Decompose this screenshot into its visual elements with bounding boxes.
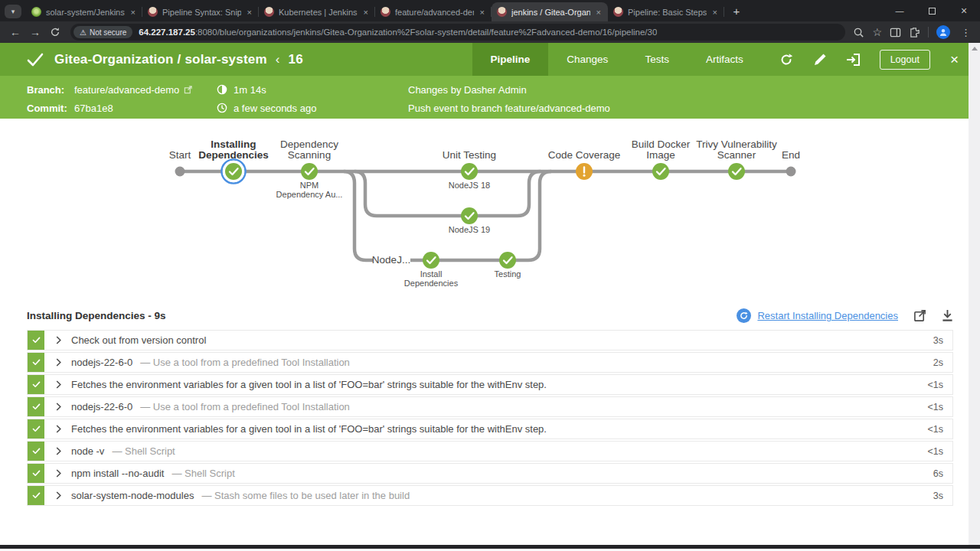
browser-tab-1[interactable]: Pipeline Syntax: Snippet Genera...× — [142, 2, 259, 21]
expand-chevron-icon[interactable] — [56, 469, 61, 478]
tab-tests[interactable]: Tests — [626, 43, 688, 76]
expand-chevron-icon[interactable] — [56, 358, 61, 367]
step-row-1[interactable]: nodejs-22-6-0— Use a tool from a predefi… — [27, 352, 953, 373]
restart-stage-link[interactable]: Restart Installing Dependencies — [757, 310, 898, 321]
graph-node-unit-testing-nodejs-19[interactable]: NodeJS 19 — [449, 207, 490, 234]
go-to-classic-button[interactable] — [844, 51, 863, 69]
step-name: Fetches the environment variables for a … — [71, 423, 547, 435]
graph-node-testing-sub[interactable]: Testing — [495, 252, 521, 279]
step-status-success — [28, 375, 44, 394]
step-duration: 3s — [933, 491, 952, 501]
step-row-4[interactable]: Fetches the environment variables for a … — [27, 419, 953, 439]
tab-close-icon[interactable]: × — [595, 8, 603, 17]
window-maximize-button[interactable] — [916, 0, 948, 21]
person-icon — [939, 28, 948, 37]
tab-changes[interactable]: Changes — [548, 43, 626, 76]
browser-window: ▾ solar-system/Jenkinsfile at feat...×Pi… — [0, 0, 980, 551]
step-row-5[interactable]: node -v— Shell Script<1s — [27, 441, 953, 461]
expand-chevron-icon[interactable] — [56, 336, 61, 344]
tab-title: solar-system/Jenkinsfile at feat... — [46, 8, 125, 17]
restart-stage-icon[interactable] — [737, 308, 751, 323]
svg-text:Dependency Au...: Dependency Au... — [276, 190, 343, 199]
graph-node-dependency-scanning[interactable]: DependencyScanningNPMDependency Au... — [276, 139, 343, 199]
expand-chevron-icon[interactable] — [56, 447, 61, 455]
graph-node-code-coverage[interactable]: Code Coverage — [548, 149, 621, 180]
profile-avatar[interactable] — [936, 25, 950, 39]
expand-chevron-icon[interactable] — [56, 425, 61, 433]
step-row-7[interactable]: solar-system-node-modules— Stash some fi… — [27, 485, 953, 506]
svg-text:Scanner: Scanner — [717, 149, 756, 161]
branch-external-link-icon[interactable] — [184, 86, 192, 94]
close-pipeline-icon[interactable]: × — [950, 52, 959, 67]
graph-node-build-docker-image[interactable]: Build DockerImage — [632, 139, 691, 180]
address-bar[interactable]: ⚠ Not secure 64.227.187.25:8080/blue/org… — [70, 24, 845, 41]
step-row-0[interactable]: Check out from version control3s — [27, 330, 953, 350]
menu-dots-icon[interactable]: ⋮ — [958, 27, 974, 38]
browser-tab-2[interactable]: Kubernetes | Jenkins plugin× — [259, 2, 375, 21]
download-logs-icon[interactable] — [942, 309, 953, 322]
new-tab-button[interactable]: + — [727, 2, 746, 20]
step-row-2[interactable]: Fetches the environment variables for a … — [27, 374, 953, 395]
open-in-new-window-icon[interactable] — [913, 309, 926, 322]
run-separator: ‹ — [276, 52, 280, 67]
tab-close-icon[interactable]: × — [479, 8, 486, 17]
tab-pipeline[interactable]: Pipeline — [472, 43, 549, 76]
branch-value[interactable]: feature/advanced-demo — [74, 84, 179, 96]
graph-node-installing-dependencies[interactable]: InstallingDependencies — [198, 139, 269, 184]
expand-chevron-icon[interactable] — [56, 380, 61, 389]
step-list: Check out from version control3snodejs-2… — [27, 330, 953, 506]
rerun-button[interactable] — [777, 51, 795, 69]
url-host: 64.227.187.25 — [139, 28, 195, 37]
step-status-success — [28, 331, 44, 350]
svg-text:NodeJS 18: NodeJS 18 — [449, 181, 490, 190]
logout-button[interactable]: Logout — [880, 50, 930, 70]
tab-close-icon[interactable]: × — [246, 8, 253, 17]
extensions-icon[interactable] — [909, 27, 920, 38]
browser-tab-5[interactable]: Pipeline: Basic Steps× — [608, 2, 724, 21]
browser-tab-0[interactable]: solar-system/Jenkinsfile at feat...× — [26, 2, 142, 21]
step-row-3[interactable]: nodejs-22-6-0— Use a tool from a predefi… — [27, 396, 953, 417]
window-controls: — × — [884, 0, 980, 21]
edit-button[interactable] — [811, 51, 829, 69]
security-chip[interactable]: ⚠ Not secure — [74, 26, 132, 38]
window-minimize-button[interactable]: — — [884, 0, 916, 21]
graph-node-trivy-vulnerability-scanner[interactable]: Trivy VulnerabilityScanner — [696, 139, 777, 180]
changes-column: Changes by Dasher Admin Push event to br… — [408, 83, 610, 119]
step-duration: 6s — [933, 468, 952, 479]
forward-button[interactable]: → — [26, 23, 44, 41]
reload-button[interactable] — [46, 23, 64, 41]
back-button[interactable]: ← — [6, 23, 24, 41]
side-panel-icon[interactable] — [890, 27, 901, 38]
window-close-button[interactable]: × — [948, 0, 980, 21]
graph-node-install-dependencies-sub[interactable]: InstallDependencies — [404, 252, 459, 288]
breadcrumb[interactable]: Gitea-Organization / solar-system — [54, 52, 267, 67]
tab-close-icon[interactable]: × — [362, 8, 370, 17]
page-scrollbar[interactable] — [969, 43, 980, 551]
pipeline-graph-svg[interactable]: NodeJ...StartInstallingDependenciesDepen… — [0, 119, 968, 298]
scrollbar-up-arrow[interactable] — [972, 47, 978, 51]
branch-commit-column: Branch: feature/advanced-demo Commit: 67… — [27, 83, 217, 119]
success-check-icon — [27, 53, 44, 67]
tab-close-icon[interactable]: × — [129, 8, 137, 17]
bookmark-star-icon[interactable]: ☆ — [872, 26, 882, 38]
svg-text:Trivy Vulnerability: Trivy Vulnerability — [696, 139, 777, 150]
rerun-icon — [779, 52, 794, 67]
browser-tab-4[interactable]: jenkins / Gitea-Organization/so...× — [492, 2, 608, 21]
expand-chevron-icon[interactable] — [56, 403, 61, 411]
tab-title: jenkins / Gitea-Organization/so... — [511, 8, 590, 17]
step-row-6[interactable]: npm install --no-audit— Shell Script6s — [27, 463, 953, 484]
tab-artifacts[interactable]: Artifacts — [688, 43, 762, 76]
svg-text:Unit Testing: Unit Testing — [443, 149, 496, 161]
check-icon — [32, 448, 41, 455]
step-description: — Use a tool from a predefined Tool Inst… — [140, 401, 350, 412]
graph-node-unit-testing-nodejs-18[interactable]: Unit TestingNodeJS 18 — [443, 149, 496, 190]
svg-text:NodeJS 19: NodeJS 19 — [449, 225, 490, 234]
jenkins-icon — [497, 7, 507, 17]
tab-close-icon[interactable]: × — [711, 8, 719, 17]
svg-text:Scanning: Scanning — [288, 149, 331, 161]
zoom-icon[interactable] — [853, 27, 864, 38]
browser-tab-3[interactable]: feature/advanced-demo [Gitea...× — [375, 2, 492, 21]
expand-chevron-icon[interactable] — [56, 491, 61, 500]
browser-tabstrip: ▾ solar-system/Jenkinsfile at feat...×Pi… — [0, 0, 980, 21]
tab-search-chevron-icon[interactable]: ▾ — [5, 5, 21, 18]
